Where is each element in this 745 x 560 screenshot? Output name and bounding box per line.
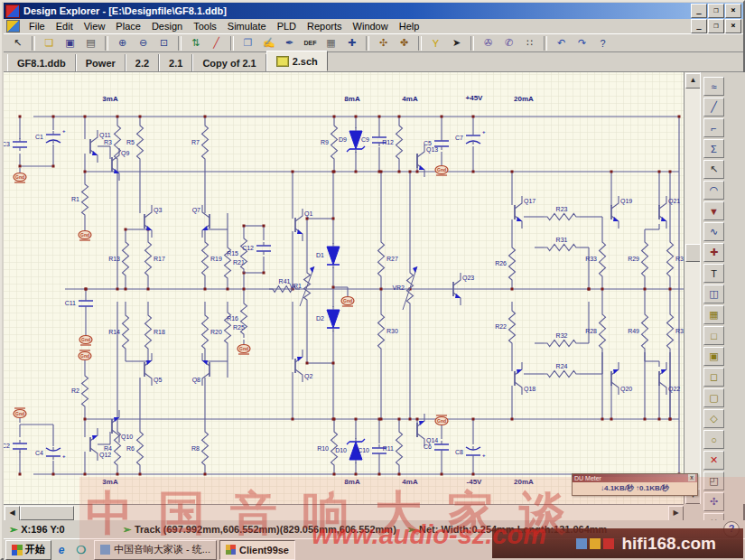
part-tool-icon[interactable]: ◫ [703,285,724,303]
wrench-icon[interactable]: Y [426,35,445,51]
svg-text:Q2: Q2 [304,373,312,380]
copy-icon[interactable]: ❐ [238,35,257,51]
line-tool-icon[interactable]: ╱ [703,98,724,117]
tab-copy-of-2-1[interactable]: Copy of 2.1 [192,54,265,71]
du-meter-window[interactable]: DU Meter x ↓4.1KB/秒 ↑0.1KB/秒 [572,473,698,496]
run-icon[interactable]: ➤ [447,35,466,51]
svg-text:8mA: 8mA [344,95,360,103]
close-button[interactable]: × [725,4,741,18]
select-area-icon[interactable]: ▦ [321,35,340,51]
delete-tool-icon[interactable]: ✕ [703,451,724,470]
menu-pld[interactable]: PLD [272,20,302,33]
ellipse-tool-icon[interactable]: ○ [703,430,724,449]
rect-tool-icon[interactable]: □ [703,326,724,345]
junction-tool-icon[interactable]: ✚ [703,243,724,262]
def-icon[interactable]: DEF [301,35,320,51]
svg-text:R16: R16 [227,315,238,322]
scroll-left-arrow[interactable]: ◀ [5,506,20,521]
tab-2-2[interactable]: 2.2 [126,54,159,71]
bezier-tool-icon[interactable]: ∿ [703,222,724,241]
scroll-up-arrow[interactable]: ▲ [685,73,701,89]
scroll-right-arrow[interactable]: ▶ [668,506,684,521]
round-rect-filled-tool-icon[interactable]: ▢ [703,388,724,407]
minimize-button[interactable]: _ [691,4,707,18]
power-port-tool-icon[interactable]: ▼ [703,201,724,220]
menu-window[interactable]: Window [348,20,394,33]
menu-view[interactable]: View [79,20,111,33]
svg-text:R23: R23 [556,206,568,212]
menu-tools[interactable]: Tools [188,20,222,33]
open-document-icon[interactable]: ❏ [40,35,59,51]
zoom-out-icon[interactable]: ⊖ [134,35,153,51]
browse-parts-2-icon[interactable]: ✤ [395,35,414,51]
tab-label: 2.sch [293,56,318,67]
child-close-button[interactable]: × [725,19,741,33]
pen-icon[interactable]: ✒ [280,35,299,51]
horizontal-scrollbar[interactable]: ◀ ▶ [4,504,684,520]
svg-text:VR1: VR1 [289,283,302,289]
zoom-in-icon[interactable]: ⊕ [113,35,132,51]
select-cursor-icon[interactable]: ↖ [8,35,27,51]
probe-tool-icon[interactable]: ✣ [703,492,724,511]
sheet-symbol-tool-icon[interactable]: ▦ [703,305,724,324]
matrix-icon[interactable]: ∷ [520,35,539,51]
undo-icon[interactable]: ↶ [552,35,571,51]
child-minimize-button[interactable]: _ [691,19,707,33]
probe-2-icon[interactable]: ✆ [499,35,518,51]
svg-text:Q20: Q20 [620,386,632,393]
zoom-window-icon[interactable]: ⊡ [154,35,173,51]
round-rect-tool-icon[interactable]: ◻ [703,368,724,387]
move-icon[interactable]: ✚ [342,35,361,51]
redo-icon[interactable]: ↷ [573,35,591,51]
start-button[interactable]: 开始 [5,540,51,560]
tab-2-1[interactable]: 2.1 [159,54,192,71]
sort-updown-icon[interactable]: ⇅ [186,35,205,51]
app-icon [5,5,20,18]
save-icon[interactable]: ▣ [61,35,79,51]
help-icon[interactable]: ? [593,35,612,51]
menu-design[interactable]: Design [146,20,188,33]
polygon-tool-icon[interactable]: ◇ [703,409,724,428]
du-meter-titlebar[interactable]: DU Meter x [573,474,697,482]
menu-reports[interactable]: Reports [302,20,348,33]
print-icon[interactable]: ▤ [81,35,100,51]
quick-launch-icon[interactable]: ❍ [74,543,88,557]
menu-simulate[interactable]: Simulate [222,20,272,33]
tab-gf8-1-ddb[interactable]: GF8.1.ddb [7,54,76,71]
arc-tool-icon[interactable]: ◠ [703,181,724,200]
du-meter-title: DU Meter [574,474,601,482]
vertical-scroll-thumb[interactable] [685,244,701,262]
internet-explorer-icon[interactable]: e [54,543,69,557]
svg-text:R30: R30 [386,328,398,334]
horizontal-scroll-thumb[interactable] [20,506,74,520]
svg-text:R27: R27 [386,256,398,262]
taskbar-task-1[interactable]: Client99se [219,540,295,560]
restore-button[interactable]: ❐ [708,4,724,18]
probe-icon[interactable]: ✇ [479,35,498,51]
wire-tool-icon[interactable]: ≈ [703,77,724,96]
cursor-tool-icon[interactable]: ↖ [703,160,724,179]
menu-place[interactable]: Place [110,20,146,33]
schematic-canvas[interactable]: R1R2R3R4R5R6R7R8R13R14R17R18R19R20R21R25… [4,72,684,504]
schematic-viewport[interactable]: R1R2R3R4R5R6R7R8R13R14R17R18R19R20R21R25… [4,72,684,504]
svg-text:Q8: Q8 [192,377,200,384]
du-meter-close-icon[interactable]: x [688,474,695,481]
menu-help[interactable]: Help [394,20,425,33]
bus-tool-icon[interactable]: ⌐ [703,118,724,137]
child-restore-button[interactable]: ❐ [708,19,724,33]
tab-label: Copy of 2.1 [202,58,256,69]
taskbar-task-0[interactable]: 中国音响大家谈 - 统... [94,540,217,560]
bus-entry-tool-icon[interactable]: Σ [703,139,724,158]
browse-parts-icon[interactable]: ✣ [374,35,393,51]
text-tool-icon[interactable]: T [703,264,724,283]
vertical-scrollbar[interactable]: ▲ ▼ [684,72,700,504]
document-icon[interactable] [6,20,20,33]
tab-2-sch[interactable]: 2.sch [266,51,328,71]
annotate-icon[interactable]: ✍ [259,35,278,51]
menu-edit[interactable]: Edit [51,20,79,33]
tab-power[interactable]: Power [76,54,126,71]
paste-array-tool-icon[interactable]: ◰ [703,471,724,490]
filled-rect-tool-icon[interactable]: ▣ [703,347,724,366]
menu-file[interactable]: File [23,20,51,33]
draw-line-icon[interactable]: ╱ [207,35,226,51]
